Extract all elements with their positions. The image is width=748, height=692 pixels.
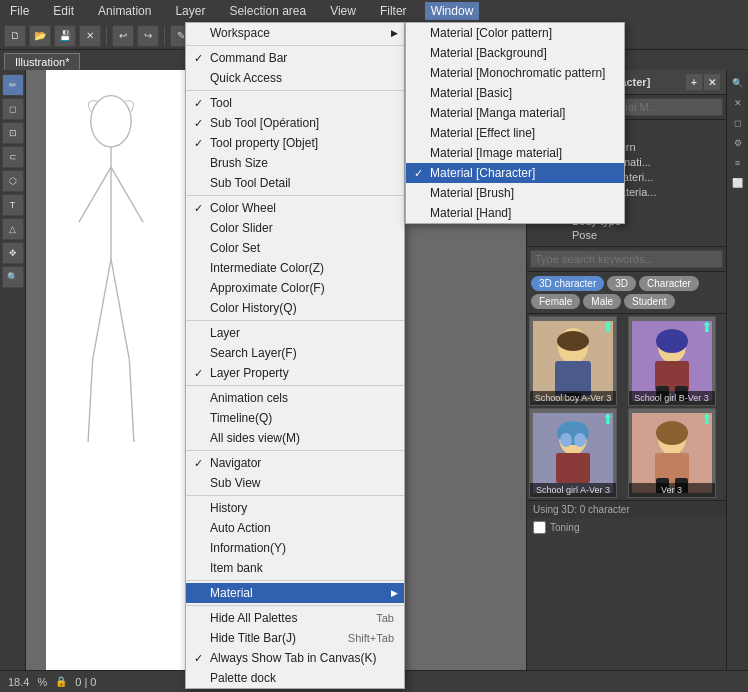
right-icon-1[interactable]: ◻ — [729, 114, 747, 132]
menu-intermediate-color[interactable]: Intermediate Color(Z) — [186, 258, 404, 278]
tag-search-area — [527, 247, 726, 272]
submenu-character[interactable]: Material [Character] — [406, 163, 624, 183]
submenu-color-pattern[interactable]: Material [Color pattern] — [406, 23, 624, 43]
menu-sub-tool[interactable]: Sub Tool [Opération] — [186, 113, 404, 133]
menu-hide-title[interactable]: Hide Title Bar(J)Shift+Tab — [186, 628, 404, 648]
tree-pose[interactable]: Pose — [531, 228, 722, 242]
menu-color-wheel[interactable]: Color Wheel — [186, 198, 404, 218]
menu-view[interactable]: View — [324, 2, 362, 20]
menu-workspace[interactable]: Workspace — [186, 23, 404, 43]
svg-line-2 — [79, 167, 111, 222]
material-add-btn[interactable]: + — [686, 74, 702, 90]
menu-brush-size[interactable]: Brush Size — [186, 153, 404, 173]
toolbar-undo[interactable]: ↩ — [112, 25, 134, 47]
material-note: Using 3D: 0 character — [527, 500, 726, 518]
right-icon-close[interactable]: ✕ — [729, 94, 747, 112]
tree-label: Pose — [572, 229, 597, 241]
material-thumb-schoolboy[interactable]: School boy A-Ver 3 ⬆ — [529, 316, 617, 406]
toning-checkbox[interactable] — [533, 521, 546, 534]
submenu-background[interactable]: Material [Background] — [406, 43, 624, 63]
svg-line-7 — [129, 360, 134, 443]
sep — [186, 195, 404, 196]
tag-student[interactable]: Student — [624, 294, 674, 309]
right-icon-3[interactable]: ≡ — [729, 154, 747, 172]
toolbar-save[interactable]: 💾 — [54, 25, 76, 47]
menu-bar: File Edit Animation Layer Selection area… — [0, 0, 748, 22]
svg-point-42 — [574, 433, 586, 447]
tag-3d[interactable]: 3D — [607, 276, 636, 291]
menu-edit[interactable]: Edit — [47, 2, 80, 20]
tab-illustration[interactable]: Illustration* — [4, 53, 80, 70]
tool-move[interactable]: ✥ — [2, 242, 24, 264]
menu-always-show[interactable]: Always Show Tab in Canvas(K) — [186, 648, 404, 668]
svg-point-34 — [656, 329, 688, 353]
toolbar-open[interactable]: 📂 — [29, 25, 51, 47]
menu-layer-property[interactable]: Layer Property — [186, 363, 404, 383]
right-icon-2[interactable]: ⚙ — [729, 134, 747, 152]
menu-animation-cels[interactable]: Animation cels — [186, 388, 404, 408]
menu-information[interactable]: Information(Y) — [186, 538, 404, 558]
submenu-manga[interactable]: Material [Manga material] — [406, 103, 624, 123]
menu-command-bar[interactable]: Command Bar — [186, 48, 404, 68]
tag-female[interactable]: Female — [531, 294, 580, 309]
svg-line-6 — [88, 360, 93, 443]
menu-search-layer[interactable]: Search Layer(F) — [186, 343, 404, 363]
tag-3d-character[interactable]: 3D character — [531, 276, 604, 291]
tool-eraser[interactable]: ◻ — [2, 98, 24, 120]
menu-tool[interactable]: Tool — [186, 93, 404, 113]
menu-approximate-color[interactable]: Approximate Color(F) — [186, 278, 404, 298]
menu-selection[interactable]: Selection area — [223, 2, 312, 20]
menu-sub-view[interactable]: Sub View — [186, 473, 404, 493]
submenu-image[interactable]: Material [Image material] — [406, 143, 624, 163]
material-submenu-dropdown: Material [Color pattern] Material [Backg… — [405, 22, 625, 224]
menu-color-slider[interactable]: Color Slider — [186, 218, 404, 238]
tool-lasso[interactable]: ⊂ — [2, 146, 24, 168]
tool-fill[interactable]: ⬡ — [2, 170, 24, 192]
menu-window[interactable]: Window — [425, 2, 480, 20]
menu-color-history[interactable]: Color History(Q) — [186, 298, 404, 318]
material-panel-close[interactable]: ✕ — [704, 74, 720, 90]
menu-filter[interactable]: Filter — [374, 2, 413, 20]
material-thumb-schoolgirl-a[interactable]: School girl A-Ver 3 ⬆ — [529, 408, 617, 498]
submenu-basic[interactable]: Material [Basic] — [406, 83, 624, 103]
right-icon-search[interactable]: 🔍 — [729, 74, 747, 92]
menu-animation[interactable]: Animation — [92, 2, 157, 20]
material-thumb-ver3[interactable]: Ver 3 ⬆ — [628, 408, 716, 498]
menu-palette-dock[interactable]: Palette dock — [186, 668, 404, 688]
toolbar-redo[interactable]: ↪ — [137, 25, 159, 47]
submenu-effect[interactable]: Material [Effect line] — [406, 123, 624, 143]
right-icon-4[interactable]: ⬜ — [729, 174, 747, 192]
menu-file[interactable]: File — [4, 2, 35, 20]
menu-item-bank[interactable]: Item bank — [186, 558, 404, 578]
tool-zoom[interactable]: 🔍 — [2, 266, 24, 288]
menu-hide-all[interactable]: Hide All PalettesTab — [186, 608, 404, 628]
toolbar-new[interactable]: 🗋 — [4, 25, 26, 47]
menu-history[interactable]: History — [186, 498, 404, 518]
menu-sub-tool-detail[interactable]: Sub Tool Detail — [186, 173, 404, 193]
sep — [186, 320, 404, 321]
sep2 — [164, 26, 165, 46]
submenu-brush[interactable]: Material [Brush] — [406, 183, 624, 203]
submenu-monochromatic[interactable]: Material [Monochromatic pattern] — [406, 63, 624, 83]
tag-male[interactable]: Male — [583, 294, 621, 309]
menu-tool-property[interactable]: Tool property [Objet] — [186, 133, 404, 153]
menu-layer[interactable]: Layer — [186, 323, 404, 343]
submenu-hand[interactable]: Material [Hand] — [406, 203, 624, 223]
menu-timeline[interactable]: Timeline(Q) — [186, 408, 404, 428]
menu-quick-access[interactable]: Quick Access — [186, 68, 404, 88]
menu-auto-action[interactable]: Auto Action — [186, 518, 404, 538]
menu-layer[interactable]: Layer — [169, 2, 211, 20]
tool-text[interactable]: T — [2, 194, 24, 216]
menu-all-sides[interactable]: All sides view(M) — [186, 428, 404, 448]
tool-shape[interactable]: △ — [2, 218, 24, 240]
tool-pen[interactable]: ✏ — [2, 74, 24, 96]
menu-material[interactable]: Material — [186, 583, 404, 603]
status-coords: 0 | 0 — [75, 676, 96, 688]
tool-select[interactable]: ⊡ — [2, 122, 24, 144]
menu-navigator[interactable]: Navigator — [186, 453, 404, 473]
tag-character[interactable]: Character — [639, 276, 699, 291]
menu-color-set[interactable]: Color Set — [186, 238, 404, 258]
tag-search-input[interactable] — [530, 250, 723, 268]
toolbar-close[interactable]: ✕ — [79, 25, 101, 47]
material-thumb-schoolgirl-b[interactable]: School girl B-Ver 3 ⬆ — [628, 316, 716, 406]
